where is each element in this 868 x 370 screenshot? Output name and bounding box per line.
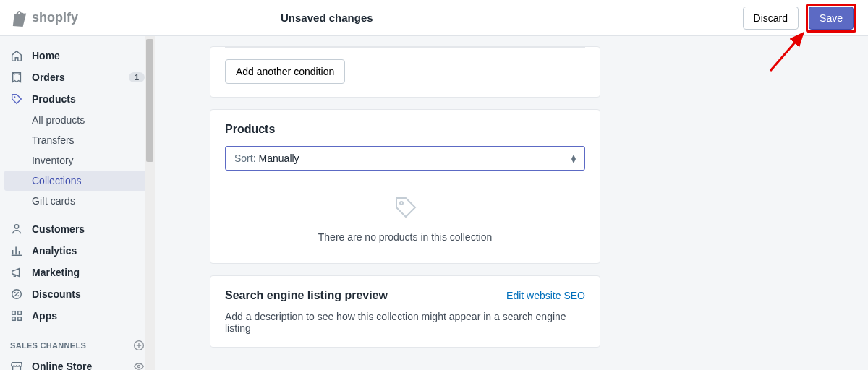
svg-rect-7: [12, 317, 16, 321]
sort-value: Manually: [259, 152, 299, 164]
nav-online-store-label: Online Store: [32, 361, 92, 370]
add-channel-icon[interactable]: [133, 340, 145, 351]
sub-transfers[interactable]: Transfers: [0, 130, 155, 150]
nav-online-store[interactable]: Online Store: [0, 356, 155, 370]
sub-collections[interactable]: Collections: [4, 171, 150, 191]
orders-icon: [10, 71, 23, 84]
svg-point-10: [137, 365, 140, 367]
nav-home-label: Home: [32, 50, 60, 61]
svg-rect-6: [18, 311, 22, 315]
save-button[interactable]: Save: [809, 7, 854, 30]
edit-seo-link[interactable]: Edit website SEO: [506, 290, 585, 301]
nav-apps-label: Apps: [32, 310, 57, 322]
customers-icon: [10, 223, 23, 236]
empty-state: There are no products in this collection: [225, 171, 585, 250]
nav-home[interactable]: Home: [0, 45, 155, 66]
orders-badge: 1: [129, 72, 145, 82]
conditions-card: Add another condition: [210, 46, 600, 98]
view-store-icon[interactable]: [133, 361, 145, 370]
products-card-title: Products: [225, 123, 585, 136]
store-icon: [10, 360, 23, 370]
svg-point-1: [14, 225, 18, 228]
nav-products-label: Products: [32, 93, 76, 105]
sub-gift-cards[interactable]: Gift cards: [0, 191, 155, 211]
seo-card-title: Search engine listing preview: [225, 289, 388, 302]
empty-tag-icon: [391, 192, 420, 221]
seo-description: Add a description to see how this collec…: [225, 311, 585, 334]
sub-inventory[interactable]: Inventory: [0, 150, 155, 171]
analytics-icon: [10, 244, 23, 257]
save-highlight-box: Save: [806, 4, 856, 33]
select-caret-icon: ▴▾: [571, 154, 576, 163]
unsaved-changes-label: Unsaved changes: [78, 12, 743, 24]
nav-orders-label: Orders: [32, 72, 65, 83]
shopify-logo: shopify: [12, 9, 78, 27]
nav-analytics[interactable]: Analytics: [0, 240, 155, 262]
products-card: Products Sort: Manually ▴▾ There are no …: [210, 109, 600, 264]
discard-button[interactable]: Discard: [743, 7, 799, 30]
sales-channels-label: SALES CHANNELS: [10, 341, 86, 350]
sales-channels-header: SALES CHANNELS: [0, 327, 155, 356]
svg-point-4: [17, 295, 19, 296]
nav-products[interactable]: Products: [0, 88, 155, 110]
sort-select[interactable]: Sort: Manually ▴▾: [225, 146, 585, 171]
shopify-bag-icon: [12, 9, 27, 27]
discounts-icon: [10, 288, 23, 301]
svg-rect-8: [18, 317, 22, 321]
svg-rect-5: [12, 311, 16, 315]
nav-customers-label: Customers: [32, 223, 85, 235]
nav-marketing-label: Marketing: [32, 267, 80, 278]
tag-icon: [10, 92, 23, 106]
brand-label: shopify: [32, 10, 78, 25]
nav-orders[interactable]: Orders 1: [0, 66, 155, 88]
sidebar: Home Orders 1 Products All products Tran…: [0, 36, 155, 370]
nav-discounts-label: Discounts: [32, 288, 81, 300]
sub-all-products[interactable]: All products: [0, 110, 155, 130]
empty-text: There are no products in this collection: [225, 231, 585, 243]
apps-icon: [10, 309, 23, 322]
scrollbar-track[interactable]: [145, 36, 155, 370]
svg-point-11: [400, 202, 403, 205]
nav-marketing[interactable]: Marketing: [0, 262, 155, 283]
divider: [225, 47, 585, 48]
nav-analytics-label: Analytics: [32, 245, 77, 257]
home-icon: [10, 49, 23, 62]
nav-discounts[interactable]: Discounts: [0, 283, 155, 305]
svg-point-0: [14, 96, 15, 98]
seo-card: Search engine listing preview Edit websi…: [210, 275, 600, 348]
main-content: Add another condition Products Sort: Man…: [155, 36, 868, 370]
svg-point-3: [14, 292, 16, 293]
nav-apps[interactable]: Apps: [0, 305, 155, 327]
nav-customers[interactable]: Customers: [0, 218, 155, 240]
scrollbar-thumb[interactable]: [146, 39, 153, 162]
sort-label: Sort:: [234, 152, 256, 164]
add-condition-button[interactable]: Add another condition: [225, 59, 345, 84]
megaphone-icon: [10, 266, 23, 279]
